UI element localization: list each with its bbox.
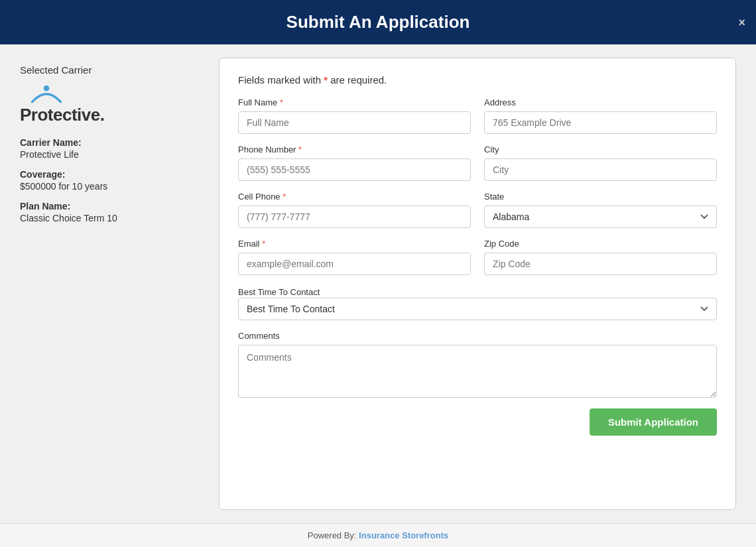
svg-point-0	[44, 86, 50, 91]
close-button[interactable]: ×	[738, 15, 745, 29]
state-select[interactable]: Alabama Alaska Arizona Arkansas Californ…	[484, 206, 717, 228]
email-input[interactable]	[238, 253, 471, 275]
required-notice: Fields marked with * are required.	[238, 74, 717, 86]
cell-required-star: *	[283, 192, 286, 202]
best-time-select[interactable]: Best Time To Contact Morning Afternoon E…	[238, 298, 717, 320]
page-header: Submit An Application ×	[0, 0, 756, 44]
address-input[interactable]	[484, 111, 717, 134]
submit-application-button[interactable]: Submit Application	[590, 408, 717, 436]
required-notice-end: are required.	[328, 74, 387, 86]
plan-name-row: Plan Name: Classic Choice Term 10	[20, 201, 206, 223]
best-time-label: Best Time To Contact	[238, 287, 320, 297]
protective-logo-text: Protective	[20, 105, 100, 125]
comments-group: Comments	[238, 331, 717, 398]
row-phone-city: Phone Number * City	[238, 145, 717, 181]
full-name-input[interactable]	[238, 111, 471, 134]
comments-label: Comments	[238, 331, 717, 341]
full-name-label: Full Name *	[238, 97, 471, 107]
carrier-info: Carrier Name: Protective Life Coverage: …	[20, 137, 206, 223]
zip-code-input[interactable]	[484, 253, 717, 275]
protective-arc-icon	[27, 85, 66, 105]
coverage-label: Coverage:	[20, 169, 206, 180]
state-label: State	[484, 192, 717, 202]
row-name-address: Full Name * Address	[238, 97, 717, 134]
phone-number-input[interactable]	[238, 158, 471, 181]
state-group: State Alabama Alaska Arizona Arkansas Ca…	[484, 192, 717, 228]
protective-logo-dot: .	[100, 105, 105, 125]
left-panel: Selected Carrier Protective . Carrier Na…	[20, 58, 206, 510]
cell-phone-input[interactable]	[238, 206, 471, 228]
selected-carrier-label: Selected Carrier	[20, 64, 206, 76]
address-label: Address	[484, 97, 717, 107]
main-content: Selected Carrier Protective . Carrier Na…	[0, 44, 756, 523]
coverage-row: Coverage: $500000 for 10 years	[20, 169, 206, 192]
email-label: Email *	[238, 239, 471, 249]
best-time-row: Best Time To Contact Best Time To Contac…	[238, 286, 717, 320]
carrier-logo: Protective .	[20, 85, 206, 125]
submit-row: Submit Application	[238, 408, 717, 436]
plan-name-label: Plan Name:	[20, 201, 206, 212]
city-group: City	[484, 145, 717, 181]
form-panel: Fields marked with * are required. Full …	[219, 58, 736, 510]
carrier-name-value: Protective Life	[20, 149, 206, 160]
phone-required-star: *	[298, 145, 302, 154]
powered-by-text: Powered By:	[308, 530, 359, 540]
required-notice-text: Fields marked with	[238, 74, 324, 86]
city-input[interactable]	[484, 158, 717, 181]
cell-phone-label: Cell Phone *	[238, 192, 471, 202]
cell-phone-group: Cell Phone *	[238, 192, 471, 228]
phone-number-label: Phone Number *	[238, 145, 471, 154]
city-label: City	[484, 145, 717, 154]
row-cellphone-state: Cell Phone * State Alabama Alaska Arizon…	[238, 192, 717, 228]
phone-number-group: Phone Number *	[238, 145, 471, 181]
row-email-zip: Email * Zip Code	[238, 239, 717, 275]
carrier-name-row: Carrier Name: Protective Life	[20, 137, 206, 160]
email-group: Email *	[238, 239, 471, 275]
address-group: Address	[484, 97, 717, 134]
carrier-name-label: Carrier Name:	[20, 137, 206, 148]
zip-code-label: Zip Code	[484, 239, 717, 249]
insurance-storefronts-link[interactable]: Insurance Storefronts	[359, 530, 448, 540]
full-name-required-star: *	[280, 97, 283, 107]
full-name-group: Full Name *	[238, 97, 471, 134]
page-title: Submit An Application	[286, 12, 470, 32]
coverage-value: $500000 for 10 years	[20, 181, 206, 192]
comments-textarea[interactable]	[238, 345, 717, 398]
plan-name-value: Classic Choice Term 10	[20, 213, 206, 223]
zip-code-group: Zip Code	[484, 239, 717, 275]
email-required-star: *	[262, 239, 265, 249]
footer: Powered By: Insurance Storefronts	[0, 523, 756, 547]
